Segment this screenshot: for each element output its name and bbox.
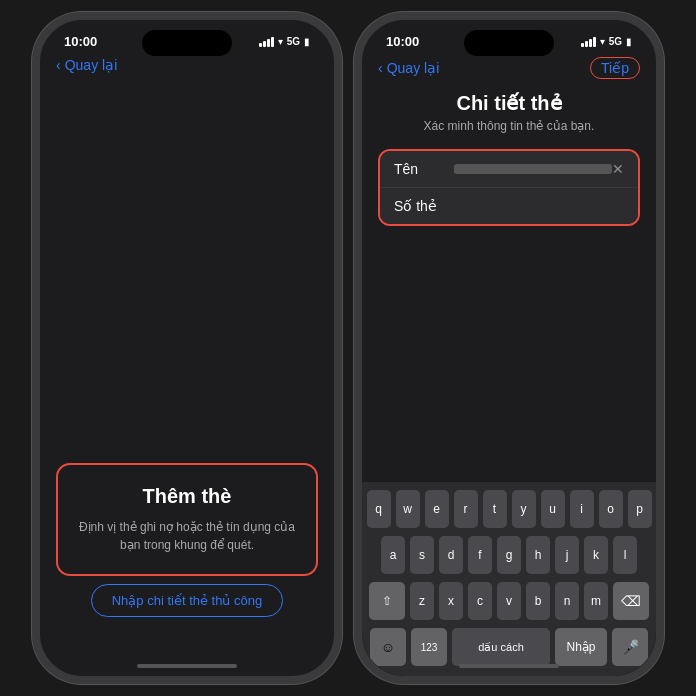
back-label-left: Quay lại — [65, 57, 118, 73]
key-a[interactable]: a — [381, 536, 405, 574]
signal-icon-right — [581, 37, 596, 47]
keyboard-row-3: ⇧ z x c v b n m ⌫ — [366, 582, 652, 620]
fiveg-icon-left: 5G — [287, 36, 300, 47]
chevron-left-icon-left: ‹ — [56, 57, 61, 73]
key-u[interactable]: u — [541, 490, 565, 528]
status-icons-left: ▾ 5G ▮ — [259, 36, 310, 47]
name-field-label: Tên — [394, 161, 454, 177]
key-h[interactable]: h — [526, 536, 550, 574]
page-title: Chi tiết thẻ — [378, 91, 640, 115]
card-info-desc: Định vị thẻ ghi nợ hoặc thẻ tín dụng của… — [74, 518, 300, 554]
next-button[interactable]: Tiếp — [590, 57, 640, 79]
time-right: 10:00 — [386, 34, 419, 49]
name-field[interactable]: Tên ✕ — [380, 151, 638, 188]
space-key[interactable]: dấu cách — [452, 628, 550, 666]
key-k[interactable]: k — [584, 536, 608, 574]
key-e[interactable]: e — [425, 490, 449, 528]
key-y[interactable]: y — [512, 490, 536, 528]
key-w[interactable]: w — [396, 490, 420, 528]
wifi-icon-right: ▾ — [600, 36, 605, 47]
nav-bar-right: ‹ Quay lại Tiếp — [362, 53, 656, 87]
card-info-title: Thêm thè — [74, 485, 300, 508]
page-header: Chi tiết thẻ Xác minh thông tin thẻ của … — [362, 87, 656, 133]
home-indicator-left — [137, 664, 237, 668]
back-button-right[interactable]: ‹ Quay lại — [378, 60, 439, 76]
mic-key[interactable]: 🎤 — [612, 628, 648, 666]
battery-icon-right: ▮ — [626, 36, 632, 47]
key-c[interactable]: c — [468, 582, 492, 620]
fiveg-icon-right: 5G — [609, 36, 622, 47]
dynamic-island-left — [142, 30, 232, 56]
name-field-value — [454, 164, 612, 174]
scan-area — [56, 101, 318, 463]
key-i[interactable]: i — [570, 490, 594, 528]
page-subtitle: Xác minh thông tin thẻ của bạn. — [378, 119, 640, 133]
key-s[interactable]: s — [410, 536, 434, 574]
manual-entry-button[interactable]: Nhập chi tiết thẻ thủ công — [91, 584, 284, 617]
key-v[interactable]: v — [497, 582, 521, 620]
key-o[interactable]: o — [599, 490, 623, 528]
key-g[interactable]: g — [497, 536, 521, 574]
key-f[interactable]: f — [468, 536, 492, 574]
key-x[interactable]: x — [439, 582, 463, 620]
shift-key[interactable]: ⇧ — [369, 582, 405, 620]
time-left: 10:00 — [64, 34, 97, 49]
delete-key[interactable]: ⌫ — [613, 582, 649, 620]
phone1-content: Thêm thè Định vị thẻ ghi nợ hoặc thẻ tín… — [40, 81, 334, 657]
key-j[interactable]: j — [555, 536, 579, 574]
key-q[interactable]: q — [367, 490, 391, 528]
key-r[interactable]: r — [454, 490, 478, 528]
card-info-box: Thêm thè Định vị thẻ ghi nợ hoặc thẻ tín… — [56, 463, 318, 576]
enter-key[interactable]: Nhập — [555, 628, 607, 666]
back-button-left[interactable]: ‹ Quay lại — [56, 57, 117, 73]
key-l[interactable]: l — [613, 536, 637, 574]
keyboard-row-1: q w e r t y u i o p — [366, 490, 652, 528]
clear-icon[interactable]: ✕ — [612, 161, 624, 177]
right-phone: 10:00 ▾ 5G ▮ ‹ Quay lại Tiếp — [354, 12, 664, 684]
back-label-right: Quay lại — [387, 60, 440, 76]
wifi-icon-left: ▾ — [278, 36, 283, 47]
key-p[interactable]: p — [628, 490, 652, 528]
keyboard-row-2: a s d f g h j k l — [366, 536, 652, 574]
dynamic-island-right — [464, 30, 554, 56]
keyboard-bottom-row: ☺ 123 dấu cách Nhập 🎤 — [366, 628, 652, 666]
key-n[interactable]: n — [555, 582, 579, 620]
home-indicator-right — [459, 664, 559, 668]
card-fields: Tên ✕ Số thẻ — [378, 149, 640, 226]
emoji-key[interactable]: ☺ — [370, 628, 406, 666]
chevron-left-icon-right: ‹ — [378, 60, 383, 76]
key-d[interactable]: d — [439, 536, 463, 574]
key-z[interactable]: z — [410, 582, 434, 620]
num-key[interactable]: 123 — [411, 628, 447, 666]
keyboard: q w e r t y u i o p a s d f g h j k — [362, 482, 656, 676]
key-b[interactable]: b — [526, 582, 550, 620]
card-number-field[interactable]: Số thẻ — [380, 188, 638, 224]
key-t[interactable]: t — [483, 490, 507, 528]
nav-bar-left: ‹ Quay lại — [40, 53, 334, 81]
signal-icon-left — [259, 37, 274, 47]
key-m[interactable]: m — [584, 582, 608, 620]
status-icons-right: ▾ 5G ▮ — [581, 36, 632, 47]
left-phone: 10:00 ▾ 5G ▮ ‹ Quay lại — [32, 12, 342, 684]
battery-icon-left: ▮ — [304, 36, 310, 47]
card-number-label: Số thẻ — [394, 198, 454, 214]
